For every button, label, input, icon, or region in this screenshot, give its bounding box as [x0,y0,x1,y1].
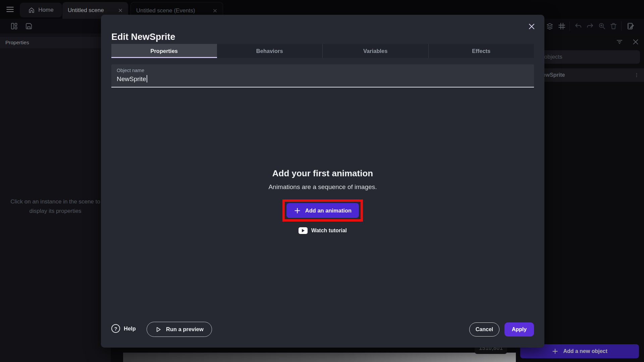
add-animation-button[interactable]: Add an animation [286,203,359,218]
object-name-field-value: NewSprite [117,75,147,83]
help-button[interactable]: ? Help [111,324,136,333]
run-preview-label: Run a preview [166,326,204,333]
tab-behaviors[interactable]: Behaviors [217,44,323,58]
object-name-field[interactable]: Object name NewSprite [111,64,534,87]
help-icon: ? [111,324,120,333]
plus-icon [294,207,301,214]
edit-object-dialog: Edit NewSprite Properties Behaviors Vari… [101,15,544,348]
watch-tutorial-link[interactable]: Watch tutorial [101,227,544,234]
watch-tutorial-label: Watch tutorial [311,228,347,234]
dialog-tabs: Properties Behaviors Variables Effects [111,44,534,58]
red-annotation-box: Add an animation [282,199,363,222]
play-icon [155,326,162,333]
close-dialog-icon[interactable] [528,22,536,31]
run-preview-button[interactable]: Run a preview [147,322,212,337]
animations-empty-state: Add your first animation Animations are … [101,168,544,234]
cancel-button[interactable]: Cancel [469,322,499,337]
youtube-play-icon [299,227,308,234]
help-label: Help [124,325,136,332]
object-name-field-label: Object name [117,68,144,73]
apply-button[interactable]: Apply [504,322,534,337]
dialog-title: Edit NewSprite [111,32,175,42]
empty-state-subtitle: Animations are a sequence of images. [101,183,544,191]
text-caret [147,75,147,82]
tab-variables[interactable]: Variables [322,44,428,58]
tab-effects[interactable]: Effects [428,44,534,58]
add-animation-label: Add an animation [305,207,352,214]
empty-state-title: Add your first animation [101,168,544,179]
tab-properties[interactable]: Properties [111,44,217,58]
dialog-footer: ? Help Run a preview Cancel Apply [111,321,534,337]
